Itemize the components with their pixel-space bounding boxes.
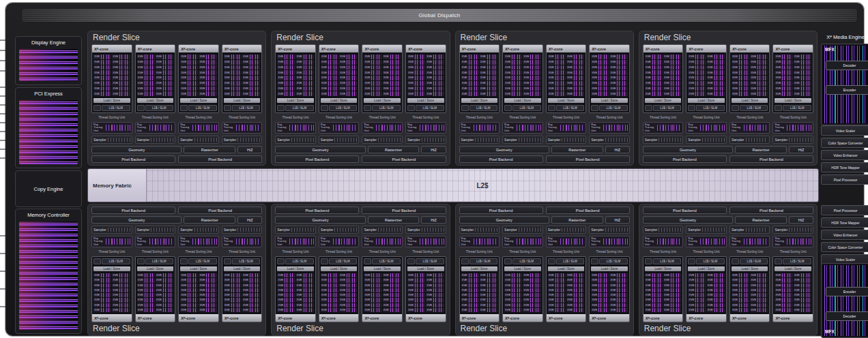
l1-left-cell (732, 105, 739, 111)
xve-label: XVE (321, 309, 327, 311)
xve-cell: XVE (732, 76, 749, 80)
xve-cell: XVE (93, 91, 111, 96)
xve-label: XVE (156, 76, 162, 79)
xve-stripe-pattern (118, 298, 130, 302)
xve-stripe-pattern (713, 87, 725, 91)
xve-stripe-pattern (205, 303, 216, 307)
xe-core: Xᵉ-coreXVEXVEXVEXVEXVEXVEXVEXVEXVEXVEXVE… (589, 44, 630, 113)
xve-stripe-pattern (573, 273, 584, 277)
xe-core-title: Xᵉ-core (319, 314, 359, 322)
l1-slm-row: L1$ / SLM (461, 258, 498, 264)
sampler: Sampler (729, 136, 770, 144)
xve-cell: XVE (688, 298, 706, 302)
xve-label: XVE (112, 279, 118, 281)
xve-label: XVE (137, 289, 143, 292)
xve-stripe-pattern (467, 55, 479, 59)
xve-label: XVE (112, 93, 118, 95)
xve-stripe-pattern (186, 76, 198, 80)
xve-label: XVE (156, 298, 162, 301)
xve-label: XVE (339, 76, 345, 79)
xve-cell: XVE (504, 91, 522, 96)
xve-label: XVE (504, 66, 510, 69)
xve-stripe-pattern (694, 293, 706, 297)
xve-cell: XVE (321, 91, 338, 96)
xve-stripe-pattern (554, 293, 566, 297)
xve-label: XVE (461, 55, 467, 58)
xve-label: XVE (645, 72, 651, 74)
xve-cell: XVE (224, 55, 242, 59)
xve-cell: XVE (112, 91, 130, 96)
xve-cell: XVE (224, 87, 242, 91)
sampler-pattern (475, 228, 497, 232)
xve-stripe-pattern (529, 288, 540, 292)
xve-stripe-pattern (248, 65, 260, 70)
xve-cell: XVE (523, 293, 540, 297)
xve-label: XVE (383, 72, 389, 74)
xve-grid: XVEXVEXVEXVEXVEXVEXVEXVEXVEXVEXVEXVEXVEX… (407, 55, 444, 96)
xe-core-title: Xᵉ-core (406, 45, 446, 52)
xve-cell: XVE (775, 288, 792, 292)
xve-label: XVE (480, 298, 486, 301)
xve-label: XVE (732, 304, 738, 307)
xve-cell: XVE (504, 55, 522, 59)
xve-label: XVE (407, 289, 414, 292)
xve-cell: XVE (112, 298, 130, 302)
xve-label: XVE (591, 72, 597, 74)
xve-cell: XVE (156, 303, 173, 307)
xve-label: XVE (523, 274, 529, 277)
xve-cell: XVE (566, 298, 584, 302)
xve-cell: XVE (242, 288, 260, 292)
xve-stripe-pattern (100, 283, 111, 288)
ray-tracing-unit: Ray Tracing Unit (91, 122, 132, 134)
ray-tracing-unit: Ray Tracing Unit (729, 122, 770, 134)
xve-label: XVE (732, 298, 738, 301)
xve-label: XVE (407, 298, 414, 301)
xve-label: XVE (364, 93, 370, 95)
xve-label: XVE (93, 87, 100, 90)
xve-stripe-pattern (389, 298, 401, 302)
xve-cell: XVE (321, 288, 338, 292)
xve-stripe-pattern (573, 55, 584, 59)
xve-cell: XVE (407, 278, 425, 282)
xve-stripe-pattern (669, 91, 681, 96)
xve-stripe-pattern (616, 60, 627, 65)
xve-stripe-pattern (345, 273, 357, 277)
xve-cell: XVE (426, 87, 444, 91)
ray-tracing-unit-label: Ray Tracing Unit (180, 123, 191, 133)
xve-cell: XVE (663, 76, 681, 80)
l1-left-cell (688, 258, 695, 264)
l1-slm-row: L1$ / SLM (364, 105, 401, 111)
xve-stripe-pattern (554, 60, 566, 65)
xve-cell: XVE (242, 283, 260, 288)
xve-cell: XVE (426, 60, 444, 65)
xve-stripe-pattern (302, 91, 314, 96)
ray-tracing-pattern (744, 125, 768, 131)
xve-cell: XVE (688, 91, 706, 96)
xve-stripe-pattern (616, 298, 627, 302)
rasterizer-block: Rasterizer (368, 146, 420, 153)
xe-core-title: Xᵉ-core (590, 314, 629, 322)
xve-label: XVE (339, 294, 345, 296)
pixel-backend-block: Pixel Backend (91, 206, 175, 214)
l1-slm-row: L1$ / SLM (688, 258, 725, 264)
xve-stripe-pattern (327, 283, 338, 288)
xve-label: XVE (688, 304, 694, 307)
xve-stripe-pattern (738, 76, 749, 80)
load-store-bar: Load / Store (407, 266, 444, 271)
xve-cell: XVE (609, 65, 627, 70)
thread-sorting-unit: Thread Sorting Unit (362, 115, 403, 120)
xve-cell: XVE (480, 278, 497, 282)
xve-label: XVE (156, 66, 162, 69)
xve-cell: XVE (364, 288, 381, 292)
ray-tracing-unit: Ray Tracing Unit (459, 236, 500, 247)
xve-stripe-pattern (756, 288, 768, 292)
xve-cell: XVE (750, 283, 768, 288)
xve-stripe-pattern (713, 283, 725, 288)
xve-stripe-pattern (230, 283, 242, 288)
xe-cores-row: Xᵉ-coreXVEXVEXVEXVEXVEXVEXVEXVEXVEXVEXVE… (459, 256, 630, 322)
xve-label: XVE (566, 298, 573, 301)
ray-tracing-unit: Ray Tracing Unit (275, 236, 316, 247)
xve-stripe-pattern (248, 87, 260, 91)
xve-stripe-pattern (467, 87, 479, 91)
xve-label: XVE (321, 72, 327, 74)
